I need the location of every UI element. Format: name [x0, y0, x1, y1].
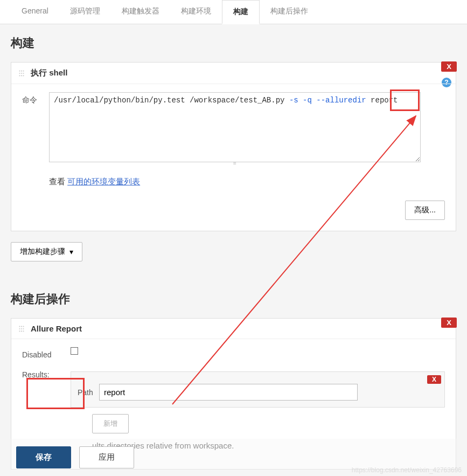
- textarea-resize-grip[interactable]: ≡: [49, 160, 421, 166]
- tab-env[interactable]: 构建环境: [170, 0, 222, 24]
- path-input[interactable]: [99, 384, 358, 401]
- allure-step-title: Allure Report: [31, 324, 82, 333]
- shell-step-title: 执行 shell: [31, 68, 67, 78]
- chevron-down-icon: ▾: [69, 247, 73, 256]
- results-block: X Path: [71, 371, 445, 408]
- svg-point-15: [19, 330, 20, 332]
- build-section-title: 构建: [11, 35, 456, 51]
- svg-point-2: [23, 70, 24, 71]
- path-label: Path: [78, 388, 99, 397]
- svg-point-10: [21, 326, 22, 327]
- add-build-step-button[interactable]: 增加构建步骤 ▾: [11, 242, 82, 261]
- svg-point-12: [19, 328, 20, 329]
- add-new-button[interactable]: 新增: [92, 414, 129, 433]
- tab-build[interactable]: 构建: [222, 0, 260, 24]
- advanced-button[interactable]: 高级...: [405, 201, 445, 220]
- shell-step-block: X ? 执行 shell 命令 /usr/local/python/bin/py…: [11, 62, 456, 231]
- tab-postbuild[interactable]: 构建后操作: [260, 0, 319, 24]
- svg-point-9: [19, 326, 20, 327]
- env-vars-link[interactable]: 可用的环境变量列表: [67, 177, 140, 186]
- tab-triggers[interactable]: 构建触发器: [111, 0, 170, 24]
- results-remove-button[interactable]: X: [427, 375, 441, 384]
- svg-point-3: [19, 72, 20, 73]
- drag-handle-icon[interactable]: [18, 325, 25, 333]
- svg-point-0: [19, 70, 20, 71]
- shell-command-input[interactable]: /usr/local/python/bin/py.test /workspace…: [49, 92, 421, 162]
- see-label: 查看: [49, 177, 67, 186]
- disabled-label: Disabled: [22, 347, 71, 359]
- svg-point-14: [23, 328, 24, 329]
- command-label: 命令: [22, 92, 49, 105]
- svg-point-6: [19, 75, 20, 76]
- postbuild-section-title: 构建后操作: [11, 291, 456, 307]
- svg-point-16: [21, 330, 22, 332]
- results-label: Results:: [22, 367, 71, 379]
- apply-button[interactable]: 应用: [79, 446, 134, 468]
- save-button[interactable]: 保存: [16, 446, 71, 468]
- drag-handle-icon[interactable]: [18, 70, 25, 77]
- tab-general[interactable]: General: [11, 0, 59, 24]
- svg-point-4: [21, 72, 22, 73]
- tab-scm[interactable]: 源码管理: [59, 0, 111, 24]
- svg-point-5: [23, 72, 24, 73]
- svg-point-17: [23, 330, 24, 332]
- disabled-checkbox[interactable]: [71, 347, 78, 355]
- svg-point-1: [21, 70, 22, 71]
- watermark: https://blog.csdn.net/weixin_42763696: [352, 466, 462, 474]
- svg-point-7: [21, 75, 22, 76]
- svg-point-13: [21, 328, 22, 329]
- svg-point-11: [23, 326, 24, 327]
- svg-point-8: [23, 75, 24, 76]
